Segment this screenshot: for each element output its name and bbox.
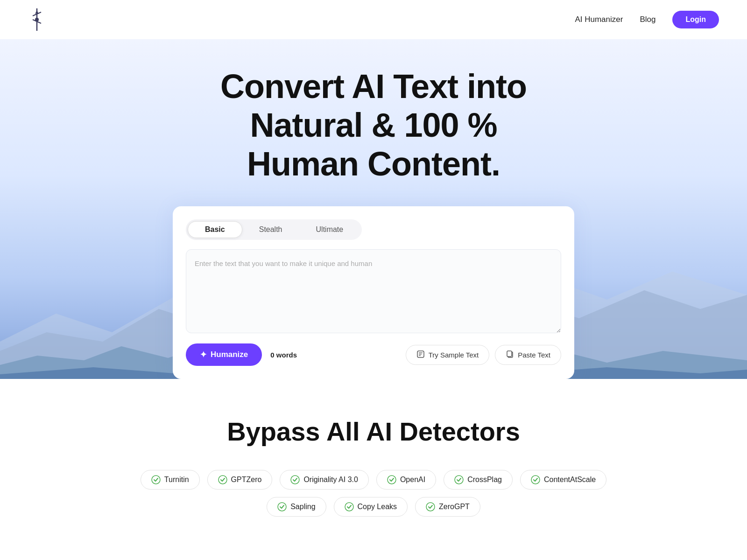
humanize-button[interactable]: ✦ Humanize	[186, 343, 262, 366]
try-sample-button[interactable]: Try Sample Text	[406, 345, 490, 365]
word-count-display: 0 words	[270, 351, 297, 359]
badge-crossplag-label: CrossPlag	[467, 476, 502, 484]
badge-openai: OpenAI	[376, 470, 436, 490]
svg-point-20	[531, 476, 540, 484]
check-icon-originality	[290, 475, 300, 484]
humanizer-card: Basic Stealth Ultimate ✦ Humanize 0 word…	[173, 206, 574, 379]
paste-icon	[506, 350, 514, 360]
svg-point-17	[291, 476, 299, 484]
card-bottom-bar: ✦ Humanize 0 words	[186, 343, 561, 366]
text-input[interactable]	[186, 249, 561, 333]
svg-point-16	[218, 476, 227, 484]
main-nav: AI Humanizer Blog Login	[575, 11, 719, 28]
check-icon-copyleaks	[345, 502, 354, 511]
tab-ultimate[interactable]: Ultimate	[299, 221, 360, 238]
card-wrapper: Basic Stealth Ultimate ✦ Humanize 0 word…	[9, 206, 738, 379]
badge-gptzero: GPTZero	[207, 470, 273, 490]
badge-turnitin: Turnitin	[141, 470, 200, 490]
header: AI Humanizer Blog Login	[0, 0, 747, 39]
bypass-section: Bypass All AI Detectors Turnitin GPTZero…	[0, 379, 747, 545]
left-actions: ✦ Humanize 0 words	[186, 343, 297, 366]
badge-turnitin-label: Turnitin	[164, 476, 189, 484]
check-icon-turnitin	[151, 475, 161, 484]
badge-crossplag: CrossPlag	[444, 470, 513, 490]
login-button[interactable]: Login	[672, 11, 719, 28]
svg-point-21	[278, 503, 286, 511]
detector-badges-list: Turnitin GPTZero Originality AI 3.0 Open…	[117, 470, 630, 517]
badge-sapling-label: Sapling	[290, 503, 315, 511]
nav-blog[interactable]: Blog	[640, 15, 655, 24]
check-icon-sapling	[277, 502, 287, 511]
paste-text-button[interactable]: Paste Text	[495, 345, 561, 365]
check-icon-contentatscale	[531, 475, 540, 484]
mode-tabs: Basic Stealth Ultimate	[186, 219, 362, 240]
check-icon-gptzero	[218, 475, 227, 484]
svg-point-3	[35, 18, 39, 21]
tab-stealth[interactable]: Stealth	[242, 221, 299, 238]
badge-gptzero-label: GPTZero	[231, 476, 262, 484]
check-icon-crossplag	[454, 475, 464, 484]
svg-point-15	[152, 476, 160, 484]
sparkle-icon: ✦	[200, 350, 207, 360]
svg-rect-10	[507, 351, 512, 357]
badge-copyleaks: Copy Leaks	[334, 497, 408, 517]
svg-point-23	[426, 503, 435, 511]
badge-contentatscale: ContentAtScale	[520, 470, 606, 490]
svg-point-19	[455, 476, 463, 484]
badge-originality-label: Originality AI 3.0	[303, 476, 358, 484]
nav-ai-humanizer[interactable]: AI Humanizer	[575, 15, 623, 24]
hero-section: Convert AI Text into Natural & 100 % Hum…	[0, 39, 747, 379]
badge-contentatscale-label: ContentAtScale	[544, 476, 596, 484]
logo	[28, 8, 46, 31]
check-icon-openai	[387, 475, 396, 484]
badge-originality: Originality AI 3.0	[280, 470, 369, 490]
word-count-number: 0	[270, 351, 274, 359]
svg-point-22	[345, 503, 353, 511]
bypass-title: Bypass All AI Detectors	[9, 416, 738, 447]
badge-copyleaks-label: Copy Leaks	[358, 503, 397, 511]
svg-point-18	[388, 476, 396, 484]
badge-zerogpt-label: ZeroGPT	[439, 503, 470, 511]
hero-title: Convert AI Text into Natural & 100 % Hum…	[163, 67, 584, 183]
badge-sapling: Sapling	[267, 497, 326, 517]
right-actions: Try Sample Text Paste Text	[406, 345, 561, 365]
badge-zerogpt: ZeroGPT	[415, 497, 480, 517]
word-count-suffix: words	[276, 351, 297, 359]
check-icon-zerogpt	[426, 502, 435, 511]
sample-icon	[416, 350, 425, 360]
tab-basic[interactable]: Basic	[188, 221, 242, 238]
badge-openai-label: OpenAI	[400, 476, 425, 484]
logo-icon	[28, 8, 46, 31]
